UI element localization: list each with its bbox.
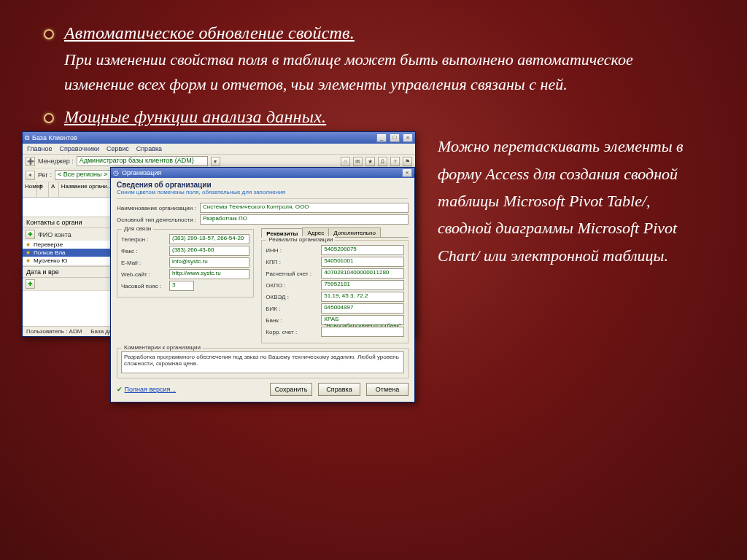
toolbar-btn[interactable]: ⌂: [341, 157, 350, 166]
bank-label: Банк :: [266, 317, 318, 324]
email-input[interactable]: info@systc.ru: [169, 257, 249, 268]
paragraph-auto-update: При изменении свойства поля в таблице мо…: [64, 47, 703, 97]
rs-label: Расчетный счет :: [266, 271, 318, 277]
app-icon: ⧉: [25, 134, 29, 142]
help-button[interactable]: Справка: [318, 383, 360, 396]
fax-input[interactable]: (383) 266-43-60: [169, 246, 249, 256]
reg-label: Рег :: [38, 171, 52, 179]
bik-label: БИК :: [266, 306, 318, 312]
menu-service[interactable]: Сервис: [107, 145, 129, 152]
app-window: ⧉ База Клиентов _ □ × Главное Справочник…: [22, 131, 416, 337]
toolbar-btn[interactable]: ⚑: [403, 157, 412, 166]
maintype-input[interactable]: Разработчик ПО: [200, 214, 409, 225]
phone-input[interactable]: (383) 299-18-57, 266-54-20: [169, 234, 249, 244]
fax-label: Факс :: [121, 248, 166, 254]
bank-input[interactable]: КРАБ "Новосибирсквнешторгбанк" (ЗАО): [321, 315, 404, 325]
contacts-legend: Для связи: [122, 225, 153, 232]
okpo-label: ОКПО :: [266, 282, 318, 289]
toolbar-btn[interactable]: ★: [365, 157, 375, 166]
contacts-fieldset: Для связи Телефон :(383) 299-18-57, 266-…: [117, 229, 254, 298]
orgname-label: Наименование организации :: [117, 205, 197, 211]
comment-fieldset: Комментарии к организации Разработка про…: [117, 348, 409, 378]
toolbar-icon[interactable]: ➕: [26, 157, 35, 166]
okved-label: ОКВЭД :: [266, 294, 318, 300]
dialog-title: Организация: [122, 169, 161, 176]
paragraph-analysis: Можно перетаскивать элементы в форму Acc…: [438, 131, 703, 269]
comment-textarea[interactable]: Разработка программного обеспечения под …: [121, 351, 404, 373]
manager-select[interactable]: Администратор базы клиентов (ADM): [77, 156, 208, 166]
inn-input[interactable]: 5405206075: [321, 245, 404, 255]
organization-dialog: ◷ Организация × Сведения об организации …: [110, 167, 415, 402]
maximize-button[interactable]: □: [390, 133, 400, 142]
requisites-legend: Реквизиты организации: [266, 236, 335, 243]
heading-auto-update: Автоматическое обновление свойств.: [64, 23, 355, 43]
add-icon[interactable]: ✚: [26, 230, 35, 239]
manager-label: Менеджер :: [38, 158, 74, 165]
tz-input[interactable]: 3: [169, 281, 194, 291]
kpp-label: КПП :: [266, 259, 318, 265]
bullet-icon: [44, 29, 54, 39]
heading-analysis: Мощные функции анализа данных.: [64, 107, 326, 127]
rs-input[interactable]: 40702810400000011280: [321, 268, 404, 279]
maintype-label: Основной тип деятельности :: [117, 217, 197, 223]
add-icon[interactable]: ✚: [26, 279, 35, 289]
col[interactable]: #: [37, 182, 49, 197]
minimize-button[interactable]: _: [376, 133, 387, 142]
menu-main[interactable]: Главное: [27, 145, 52, 152]
phone-label: Телефон :: [121, 236, 166, 243]
close-button[interactable]: ×: [403, 133, 413, 142]
dialog-titlebar[interactable]: ◷ Организация ×: [111, 168, 414, 178]
dropdown-icon[interactable]: ▾: [211, 157, 220, 166]
dialog-heading: Сведения об организации: [117, 181, 409, 189]
save-button[interactable]: Сохранить: [270, 383, 312, 396]
cancel-button[interactable]: Отмена: [366, 383, 409, 396]
dialog-close-button[interactable]: ×: [402, 168, 412, 177]
web-label: Web-сайт :: [121, 271, 166, 278]
bik-input[interactable]: 045004897: [321, 303, 404, 314]
app-title: База Клиентов: [32, 134, 77, 141]
orgname-input[interactable]: Системы Технического Контроля, ООО: [200, 203, 409, 213]
full-version-link[interactable]: Полная версия...: [125, 386, 176, 393]
web-input[interactable]: http://www.systc.ru: [169, 269, 249, 279]
toolbar-btn[interactable]: ?: [390, 157, 400, 166]
dialog-subtext: Синим цветом помечены поля, обязательные…: [117, 189, 409, 195]
requisites-fieldset: Реквизиты организации ИНН :5405206075 КП…: [261, 240, 409, 343]
toolbar-btn[interactable]: ✉: [353, 157, 363, 166]
titlebar[interactable]: ⧉ База Клиентов _ □ ×: [23, 132, 415, 144]
menubar: Главное Справочники Сервис Справка: [23, 144, 415, 155]
email-label: E-Mail :: [121, 260, 166, 266]
tz-label: Часовой пояс :: [121, 283, 166, 289]
inn-label: ИНН :: [266, 247, 318, 254]
okpo-input[interactable]: 75952181: [321, 280, 404, 290]
menu-dict[interactable]: Справочники: [59, 145, 99, 152]
filter-icon[interactable]: ✶: [26, 171, 35, 180]
tab-additional[interactable]: Дополнительно: [328, 228, 381, 237]
ks-input[interactable]: [321, 327, 404, 337]
ks-label: Корр. счет :: [266, 329, 318, 335]
okved-input[interactable]: 51.19, 45.3, 72.2: [321, 292, 404, 302]
kpp-input[interactable]: 540501001: [321, 257, 404, 267]
bullet-icon: [44, 113, 54, 123]
dialog-icon: ◷: [113, 169, 119, 176]
fio-label: ФИО конта: [38, 231, 71, 238]
menu-help[interactable]: Справка: [136, 145, 162, 152]
status-user: Пользователь : ADM: [26, 328, 82, 335]
toolbar-btn[interactable]: ⎙: [378, 157, 387, 166]
col[interactable]: А: [49, 182, 59, 197]
comment-legend: Комментарии к организации: [122, 344, 203, 351]
col[interactable]: Номер: [23, 182, 37, 197]
